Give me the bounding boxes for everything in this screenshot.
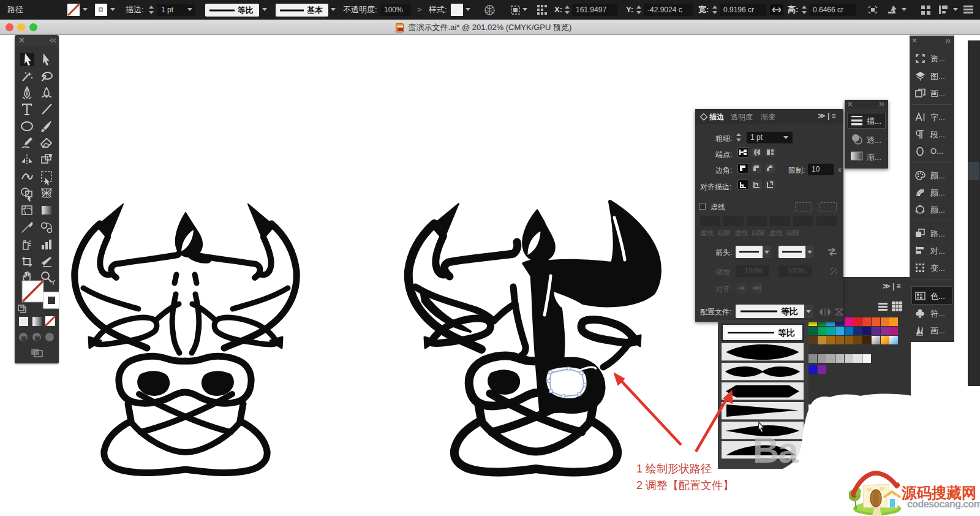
svg-text:等比: 等比 (237, 6, 254, 15)
svg-text:等比: 等比 (780, 306, 798, 316)
svg-text:基本: 基本 (307, 6, 323, 15)
svg-text:等比: 等比 (777, 328, 795, 338)
